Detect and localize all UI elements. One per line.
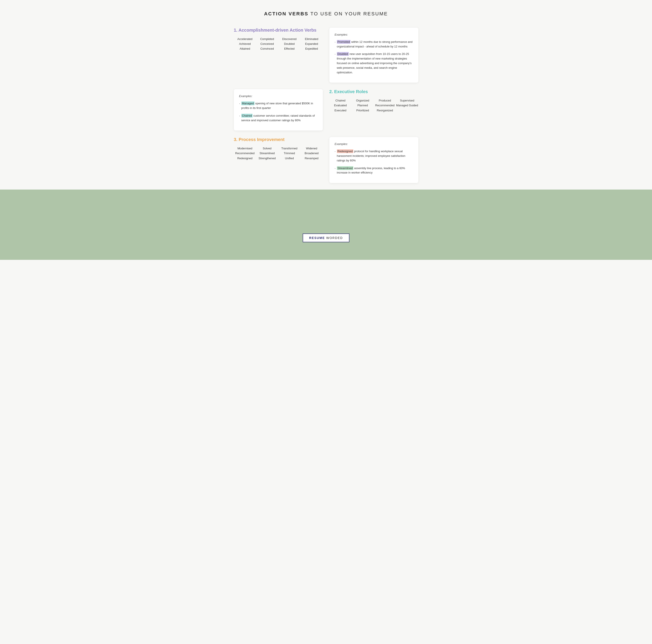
title-bold: ACTION VERBS bbox=[264, 11, 308, 17]
section1-title: 1. Accomplishment-driven Action Verbs bbox=[234, 28, 323, 33]
section2-example-label: Examples: bbox=[239, 94, 318, 99]
verb3-col-4: Widened Broadened Revamped bbox=[300, 146, 323, 161]
footer-logo-bold: RESUME bbox=[309, 236, 325, 240]
section2-example-box: Examples: Managed opening of new store t… bbox=[234, 89, 323, 131]
section1-example-label: Examples: bbox=[335, 32, 413, 37]
section3-example-2: Streamlined assembly line process, leadi… bbox=[335, 166, 413, 175]
section1-example-2: Doubled new user acquisition from 10-15 … bbox=[335, 52, 413, 75]
section3-highlight-2: Streamlined bbox=[337, 166, 353, 170]
row-3: 3. Process Improvement Modernised Recomm… bbox=[234, 137, 418, 183]
verb3-col-2: Solved Streamlined Strengthened bbox=[256, 146, 278, 161]
verb-col-2: Completed Conceived Convinced bbox=[256, 37, 278, 51]
footer-area: RESUME WORDED bbox=[0, 190, 652, 260]
footer-logo-container: RESUME WORDED bbox=[303, 234, 350, 242]
page-container: ACTION VERBS TO USE ON YOUR RESUME 1. Ac… bbox=[227, 0, 425, 183]
verb2-col-1: Chaired Evaluated Executed bbox=[329, 98, 352, 113]
verb2-col-3: Produced Recommended Reorganized bbox=[374, 98, 396, 113]
section2-highlight-2: Chaired bbox=[241, 114, 253, 117]
section3-example-label: Examples: bbox=[335, 142, 413, 146]
verb-col-3: Discovered Doubled Effected bbox=[278, 37, 300, 51]
section1-highlight-1: Promoted bbox=[337, 40, 351, 44]
verb2-col-2: Organized Planned Prioritized bbox=[352, 98, 374, 113]
section3-example-1: Redesigned protocol for handling workpla… bbox=[335, 149, 413, 163]
row-1: 1. Accomplishment-driven Action Verbs Ac… bbox=[234, 28, 418, 83]
verb2-col-4: Supervised Managed Guided bbox=[396, 98, 418, 113]
section3-example-box: Examples: Redesigned protocol for handli… bbox=[329, 137, 418, 183]
section3-block: 3. Process Improvement Modernised Recomm… bbox=[234, 137, 323, 183]
wave-decoration bbox=[0, 190, 652, 260]
verb3-col-1: Modernised Recommended Redesigned bbox=[234, 146, 256, 161]
section1-block: 1. Accomplishment-driven Action Verbs Ac… bbox=[234, 28, 323, 83]
verb-col-4: Eliminated Expanded Expedited bbox=[300, 37, 323, 51]
section2-title: 2. Executive Roles bbox=[329, 89, 418, 94]
section2-block: 2. Executive Roles Chaired Evaluated Exe… bbox=[329, 89, 418, 131]
verb3-col-3: Transformed Trimmed Unified bbox=[278, 146, 300, 161]
section3-title: 3. Process Improvement bbox=[234, 137, 323, 142]
row-2: Examples: Managed opening of new store t… bbox=[234, 89, 418, 131]
section2-highlight-1: Managed bbox=[241, 102, 254, 105]
footer-logo-rest: WORDED bbox=[325, 236, 343, 240]
footer-logo-box: RESUME WORDED bbox=[303, 234, 350, 242]
verb-col-1: Accelerated Achieved Attained bbox=[234, 37, 256, 51]
section1-verb-grid: Accelerated Achieved Attained Completed … bbox=[234, 37, 323, 51]
section1-example-box: Examples: Promoted within 12 months due … bbox=[329, 28, 418, 83]
section3-highlight-1: Redesigned bbox=[337, 150, 353, 153]
section2-verb-grid: Chaired Evaluated Executed Organized Pla… bbox=[329, 98, 418, 113]
main-title: ACTION VERBS TO USE ON YOUR RESUME bbox=[234, 11, 418, 17]
section1-example-1: Promoted within 12 months due to strong … bbox=[335, 40, 413, 49]
section2-example-2: Chaired customer service committee; rais… bbox=[239, 113, 318, 123]
section1-highlight-2: Doubled bbox=[337, 52, 349, 56]
section3-verb-grid: Modernised Recommended Redesigned Solved… bbox=[234, 146, 323, 161]
section2-example-1: Managed opening of new store that genera… bbox=[239, 101, 318, 110]
title-rest: TO USE ON YOUR RESUME bbox=[308, 11, 388, 17]
